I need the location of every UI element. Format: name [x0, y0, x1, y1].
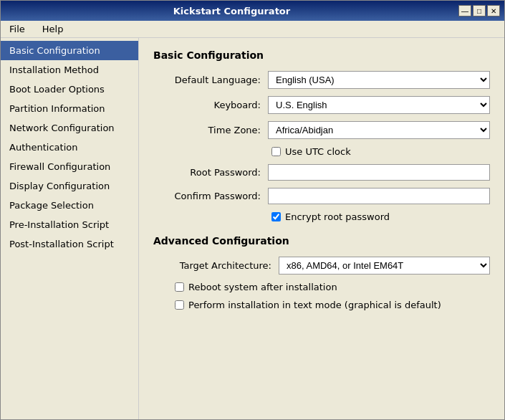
main-panel: Basic Configuration Default Language: En… — [139, 38, 504, 419]
main-window: Kickstart Configurator — □ ✕ File Help B… — [0, 0, 505, 420]
confirm-password-row: Confirm Password: — [153, 188, 490, 204]
sidebar-item-partition-information[interactable]: Partition Information — [1, 99, 138, 118]
timezone-select[interactable]: Africa/Abidjan America/New_York Europe/L… — [268, 121, 490, 139]
menubar: File Help — [1, 21, 504, 38]
target-arch-label: Target Architecture: — [153, 260, 279, 271]
timezone-row: Time Zone: Africa/Abidjan America/New_Yo… — [153, 121, 490, 139]
utc-clock-label: Use UTC clock — [285, 146, 351, 157]
reboot-label: Reboot system after installation — [188, 282, 337, 292]
menu-help[interactable]: Help — [39, 23, 67, 35]
sidebar-item-installation-method[interactable]: Installation Method — [1, 60, 138, 80]
default-language-row: Default Language: English (USA) English … — [153, 71, 490, 89]
default-language-control: English (USA) English (UK) Spanish Frenc… — [268, 71, 490, 89]
advanced-config-section: Advanced Configuration Target Architectu… — [153, 235, 490, 310]
maximize-button[interactable]: □ — [473, 5, 486, 16]
sidebar-item-display-configuration[interactable]: Display Configuration — [1, 176, 138, 196]
root-password-row: Root Password: — [153, 164, 490, 181]
sidebar-item-network-configuration[interactable]: Network Configuration — [1, 118, 138, 138]
reboot-row: Reboot system after installation — [175, 282, 490, 292]
sidebar-item-basic-configuration[interactable]: Basic Configuration — [1, 41, 138, 60]
sidebar-item-firewall-configuration[interactable]: Firewall Configuration — [1, 157, 138, 176]
keyboard-select[interactable]: U.S. English UK English Spanish French — [268, 96, 490, 114]
timezone-control: Africa/Abidjan America/New_York Europe/L… — [268, 121, 490, 139]
target-arch-row: Target Architecture: x86, AMD64, or Inte… — [153, 257, 490, 275]
keyboard-label: Keyboard: — [153, 100, 268, 110]
menu-file[interactable]: File — [6, 23, 28, 35]
close-button[interactable]: ✕ — [487, 5, 500, 16]
utc-clock-checkbox[interactable] — [271, 147, 281, 156]
confirm-password-label: Confirm Password: — [153, 191, 268, 201]
basic-config-title: Basic Configuration — [153, 49, 490, 61]
confirm-password-input[interactable] — [268, 188, 490, 204]
sidebar-item-pre-installation-script[interactable]: Pre-Installation Script — [1, 215, 138, 234]
root-password-control — [268, 164, 490, 181]
target-arch-control: x86, AMD64, or Intel EM64T x86 AMD64 ARM — [279, 257, 490, 275]
keyboard-control: U.S. English UK English Spanish French — [268, 96, 490, 114]
text-mode-checkbox[interactable] — [175, 300, 184, 310]
default-language-label: Default Language: — [153, 75, 268, 85]
encrypt-password-label: Encrypt root password — [285, 211, 390, 222]
sidebar: Basic Configuration Installation Method … — [1, 38, 139, 419]
titlebar-buttons: — □ ✕ — [458, 5, 500, 16]
sidebar-item-authentication[interactable]: Authentication — [1, 138, 138, 157]
content-area: Basic Configuration Installation Method … — [1, 38, 504, 419]
titlebar: Kickstart Configurator — □ ✕ — [1, 1, 504, 21]
minimize-button[interactable]: — — [458, 5, 471, 16]
sidebar-item-package-selection[interactable]: Package Selection — [1, 196, 138, 215]
target-arch-select[interactable]: x86, AMD64, or Intel EM64T x86 AMD64 ARM — [279, 257, 490, 275]
default-language-select[interactable]: English (USA) English (UK) Spanish Frenc… — [268, 71, 490, 89]
advanced-config-title: Advanced Configuration — [153, 235, 490, 247]
confirm-password-control — [268, 188, 490, 204]
window-title: Kickstart Configurator — [5, 6, 458, 16]
sidebar-item-boot-loader-options[interactable]: Boot Loader Options — [1, 80, 138, 99]
keyboard-row: Keyboard: U.S. English UK English Spanis… — [153, 96, 490, 114]
text-mode-row: Perform installation in text mode (graph… — [175, 300, 490, 310]
text-mode-label: Perform installation in text mode (graph… — [188, 300, 441, 310]
encrypt-password-row: Encrypt root password — [271, 211, 490, 222]
timezone-label: Time Zone: — [153, 125, 268, 135]
root-password-label: Root Password: — [153, 167, 268, 178]
root-password-input[interactable] — [268, 164, 490, 181]
sidebar-item-post-installation-script[interactable]: Post-Installation Script — [1, 234, 138, 254]
utc-clock-row: Use UTC clock — [271, 146, 490, 157]
encrypt-password-checkbox[interactable] — [271, 212, 281, 221]
reboot-checkbox[interactable] — [175, 282, 184, 292]
